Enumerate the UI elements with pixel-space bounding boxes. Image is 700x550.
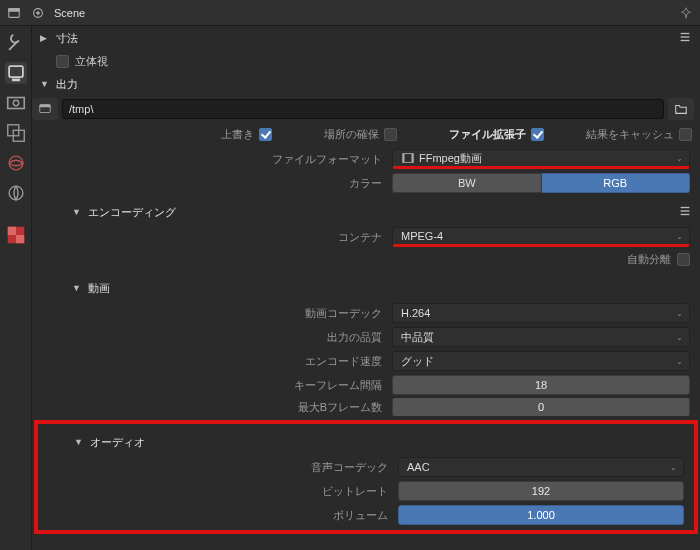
keyframe-field[interactable]: 18 <box>392 375 690 395</box>
output-quality-row: 出力の品質 中品質⌄ <box>32 326 700 348</box>
container-dropdown[interactable]: MPEG-4 ⌄ <box>392 227 690 247</box>
section-label: エンコーディング <box>88 205 176 220</box>
output-path-input[interactable] <box>62 99 664 119</box>
chevron-down-icon: ⌄ <box>676 333 683 342</box>
color-rgb-button[interactable]: RGB <box>542 173 691 193</box>
audio-codec-dropdown[interactable]: AAC⌄ <box>398 457 684 477</box>
section-video[interactable]: ▼ 動画 <box>32 276 700 300</box>
placeholders-checkbox[interactable] <box>384 128 397 141</box>
placeholders-label: 場所の確保 <box>324 127 379 142</box>
video-codec-row: 動画コーデック H.264⌄ <box>32 302 700 324</box>
header-bar: Scene <box>0 0 700 26</box>
output-quality-dropdown[interactable]: 中品質⌄ <box>392 327 690 347</box>
svg-rect-4 <box>9 66 23 77</box>
chevron-down-icon: ▼ <box>72 283 82 293</box>
overwrite-checkbox[interactable] <box>259 128 272 141</box>
cache-result-label: 結果をキャッシュ <box>586 127 674 142</box>
color-label: カラー <box>32 176 392 191</box>
audio-codec-label: 音声コーデック <box>38 460 398 475</box>
tab-scene[interactable] <box>5 152 27 174</box>
pin-icon[interactable] <box>678 5 694 21</box>
stereoscopy-label: 立体視 <box>75 54 108 69</box>
autosplit-row: 自動分離 <box>32 248 700 270</box>
output-path-row <box>32 96 700 122</box>
chevron-down-icon: ⌄ <box>670 463 677 472</box>
preset-menu-icon[interactable] <box>678 30 692 46</box>
encode-speed-row: エンコード速度 グッド⌄ <box>32 350 700 372</box>
section-dimensions[interactable]: ▶ 寸法 <box>32 26 700 50</box>
audio-highlight-box: ▼ オーディオ 音声コーデック AAC⌄ ビットレート 192 ボリューム 1.… <box>34 420 698 534</box>
output-properties-panel: ▶ 寸法 立体視 ▼ 出力 <box>32 26 700 550</box>
color-bw-button[interactable]: BW <box>392 173 542 193</box>
svg-point-11 <box>9 186 23 200</box>
svg-point-3 <box>37 11 40 14</box>
editor-type-icon[interactable] <box>6 5 22 21</box>
chevron-down-icon: ⌄ <box>676 232 683 241</box>
chevron-down-icon: ▼ <box>40 79 50 89</box>
tab-texture[interactable] <box>5 224 27 246</box>
keyframe-label: キーフレーム間隔 <box>32 378 392 393</box>
bitrate-field[interactable]: 192 <box>398 481 684 501</box>
svg-point-10 <box>9 156 23 170</box>
tab-world[interactable] <box>5 182 27 204</box>
container-label: コンテナ <box>32 230 392 245</box>
maxb-field[interactable]: 0 <box>392 398 690 416</box>
svg-rect-21 <box>403 154 405 163</box>
section-audio[interactable]: ▼ オーディオ <box>38 430 694 454</box>
stereoscopy-row: 立体視 <box>32 50 700 72</box>
section-encoding[interactable]: ▼ エンコーディング <box>32 200 700 224</box>
tab-tool[interactable] <box>5 32 27 54</box>
tab-output[interactable] <box>5 62 27 84</box>
video-codec-label: 動画コーデック <box>32 306 392 321</box>
volume-row: ボリューム 1.000 <box>38 504 694 526</box>
properties-tab-column <box>0 26 32 550</box>
section-label: 出力 <box>56 77 78 92</box>
section-label: オーディオ <box>90 435 145 450</box>
svg-rect-1 <box>9 8 20 11</box>
svg-rect-5 <box>11 79 19 82</box>
chevron-right-icon: ▶ <box>40 33 50 43</box>
file-format-dropdown[interactable]: FFmpeg動画 ⌄ <box>392 149 690 169</box>
output-quality-label: 出力の品質 <box>32 330 392 345</box>
chevron-down-icon: ⌄ <box>676 357 683 366</box>
autosplit-checkbox[interactable] <box>677 253 690 266</box>
file-ext-label: ファイル拡張子 <box>449 127 526 142</box>
keyframe-row: キーフレーム間隔 18 <box>32 374 700 396</box>
svg-rect-6 <box>7 98 24 109</box>
encode-speed-label: エンコード速度 <box>32 354 392 369</box>
maxb-row: 最大Bフレーム数 0 <box>32 398 700 416</box>
browse-folder-button[interactable] <box>668 98 694 120</box>
preset-menu-icon[interactable] <box>678 204 692 220</box>
output-flags-row: 上書き 場所の確保 ファイル拡張子 結果をキャッシュ <box>32 122 700 146</box>
file-format-label: ファイルフォーマット <box>32 152 392 167</box>
svg-rect-22 <box>412 154 414 163</box>
section-label: 寸法 <box>56 31 78 46</box>
color-row: カラー BW RGB <box>32 172 700 194</box>
section-output[interactable]: ▼ 出力 <box>32 72 700 96</box>
chevron-down-icon: ⌄ <box>676 309 683 318</box>
svg-point-7 <box>13 100 19 106</box>
color-mode-group: BW RGB <box>392 173 690 193</box>
chevron-down-icon: ▼ <box>72 207 82 217</box>
container-value: MPEG-4 <box>401 230 443 242</box>
tab-viewlayer[interactable] <box>5 122 27 144</box>
cache-result-checkbox[interactable] <box>679 128 692 141</box>
autosplit-label: 自動分離 <box>627 252 671 267</box>
maxb-label: 最大Bフレーム数 <box>32 400 392 415</box>
stereoscopy-checkbox[interactable] <box>56 55 69 68</box>
scene-name[interactable]: Scene <box>54 7 85 19</box>
chevron-down-icon: ⌄ <box>676 154 683 163</box>
video-codec-dropdown[interactable]: H.264⌄ <box>392 303 690 323</box>
file-format-value: FFmpeg動画 <box>419 151 482 166</box>
file-ext-checkbox[interactable] <box>531 128 544 141</box>
encode-speed-dropdown[interactable]: グッド⌄ <box>392 351 690 371</box>
file-format-row: ファイルフォーマット FFmpeg動画 ⌄ <box>32 148 700 170</box>
volume-label: ボリューム <box>38 508 398 523</box>
chevron-down-icon: ▼ <box>74 437 84 447</box>
tab-render[interactable] <box>5 92 27 114</box>
volume-field[interactable]: 1.000 <box>398 505 684 525</box>
output-icon <box>32 98 58 120</box>
bitrate-label: ビットレート <box>38 484 398 499</box>
svg-rect-19 <box>40 105 51 108</box>
section-label: 動画 <box>88 281 110 296</box>
